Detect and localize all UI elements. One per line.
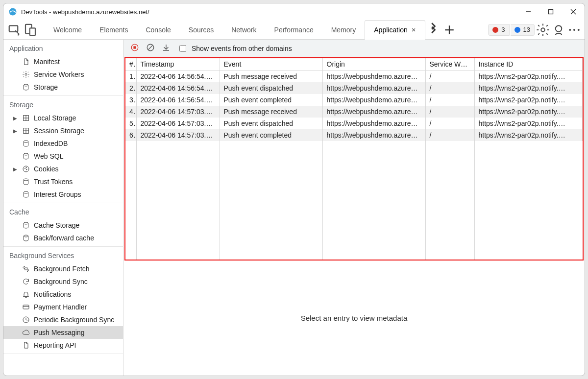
close-icon[interactable]: × — [412, 25, 416, 34]
sidebar-item-storage[interactable]: Storage — [3, 81, 123, 94]
cell: https://wns2-par02p.notify.… — [474, 129, 583, 141]
sidebar: ApplicationManifestService WorkersStorag… — [3, 40, 123, 376]
column-header[interactable]: Event — [220, 58, 322, 71]
sidebar-item-manifest[interactable]: Manifest — [3, 55, 123, 68]
sidebar-item-label: Background Fetch — [34, 265, 90, 273]
table-row[interactable]: 12022-04-06 14:56:54.1…Push message rece… — [125, 71, 583, 83]
cell: / — [425, 129, 474, 141]
sidebar-item-label: Cache Storage — [34, 221, 79, 229]
sidebar-item-back-forward-cache[interactable]: Back/forward cache — [3, 232, 123, 244]
column-header[interactable]: Origin — [322, 58, 425, 71]
column-header[interactable]: Timestamp — [136, 58, 220, 71]
svg-point-12 — [569, 29, 571, 31]
show-other-domains-label: Show events from other domains — [192, 45, 292, 52]
tab-performance[interactable]: Performance — [266, 20, 322, 40]
cell: 2022-04-06 14:57:03.0… — [136, 118, 220, 129]
caret-icon: ▶ — [13, 166, 18, 172]
sidebar-item-label: Session Storage — [34, 127, 84, 135]
cell: Push event dispatched — [220, 82, 322, 94]
sidebar-item-periodic-background-sync[interactable]: Periodic Background Sync — [3, 313, 123, 326]
tab-sources[interactable]: Sources — [180, 20, 222, 40]
sidebar-item-label: Push Messaging — [34, 329, 85, 336]
sidebar-item-cache-storage[interactable]: Cache Storage — [3, 219, 123, 232]
table-row[interactable]: 52022-04-06 14:57:03.0…Push event dispat… — [125, 118, 583, 129]
download-button[interactable] — [162, 43, 171, 53]
sidebar-item-local-storage[interactable]: ▶Local Storage — [3, 112, 123, 124]
titlebar: DevTools - webpushdemo.azurewebsites.net… — [3, 3, 585, 20]
more-tabs-icon[interactable] — [426, 23, 441, 37]
clear-button[interactable] — [146, 43, 155, 53]
svg-point-13 — [573, 29, 575, 31]
cell: https://webpushdemo.azure… — [322, 82, 425, 94]
sidebar-item-indexeddb[interactable]: IndexedDB — [3, 137, 123, 150]
caret-icon: ▶ — [13, 116, 18, 121]
column-header[interactable]: Service Wor… — [425, 58, 474, 71]
sidebar-item-payment-handler[interactable]: Payment Handler — [3, 301, 123, 313]
cell: Push event dispatched — [220, 118, 322, 129]
cell: https://wns2-par02p.notify.… — [474, 94, 583, 106]
kebab-menu-icon[interactable] — [567, 23, 582, 37]
sidebar-item-background-sync[interactable]: Background Sync — [3, 275, 123, 288]
tab-application[interactable]: Application× — [365, 20, 425, 40]
tab-elements[interactable]: Elements — [91, 20, 137, 40]
svg-point-10 — [541, 28, 545, 32]
svg-point-30 — [24, 191, 28, 193]
record-button[interactable] — [130, 43, 139, 53]
feedback-icon[interactable] — [551, 23, 566, 37]
sidebar-item-cookies[interactable]: ▶Cookies — [3, 163, 123, 175]
sidebar-item-interest-groups[interactable]: Interest Groups — [3, 188, 123, 201]
column-header[interactable]: Instance ID — [474, 58, 583, 71]
error-count-chip[interactable]: 3 — [488, 24, 509, 36]
cell: / — [425, 106, 474, 118]
sidebar-group-title: Background Services — [3, 247, 123, 262]
sidebar-group-title: Storage — [3, 96, 123, 112]
device-toggle-icon[interactable] — [23, 23, 38, 37]
sidebar-item-web-sql[interactable]: Web SQL — [3, 150, 123, 163]
cell: / — [425, 71, 474, 83]
cell: https://webpushdemo.azure… — [322, 129, 425, 141]
settings-icon[interactable] — [536, 23, 550, 37]
column-header[interactable]: # — [125, 58, 136, 71]
devtools-window: DevTools - webpushdemo.azurewebsites.net… — [3, 3, 585, 376]
sidebar-item-label: Cookies — [34, 165, 59, 173]
cell: 2022-04-06 14:57:03.0… — [136, 129, 220, 141]
sidebar-item-notifications[interactable]: Notifications — [3, 288, 123, 301]
sidebar-item-push-messaging[interactable]: Push Messaging — [3, 326, 123, 339]
svg-point-16 — [24, 84, 28, 86]
minimize-button[interactable] — [517, 3, 539, 20]
table-row[interactable]: 42022-04-06 14:57:03.0…Push message rece… — [125, 106, 583, 118]
sidebar-item-label: Periodic Background Sync — [34, 316, 114, 324]
sidebar-item-reporting-api[interactable]: Reporting API — [3, 339, 123, 352]
sidebar-item-service-workers[interactable]: Service Workers — [3, 68, 123, 81]
svg-point-28 — [26, 167, 26, 168]
sidebar-item-background-fetch[interactable]: Background Fetch — [3, 262, 123, 275]
sidebar-item-label: Local Storage — [34, 114, 76, 122]
close-window-button[interactable] — [562, 3, 585, 20]
tab-network[interactable]: Network — [222, 20, 265, 40]
table-row[interactable]: 32022-04-06 14:56:54.1…Push event comple… — [125, 94, 583, 106]
table-row[interactable]: 22022-04-06 14:56:54.1…Push event dispat… — [125, 82, 583, 94]
tab-console[interactable]: Console — [137, 20, 179, 40]
cell: https://wns2-par02p.notify.… — [474, 71, 583, 83]
tab-welcome[interactable]: Welcome — [45, 20, 91, 40]
push-toolbar: Show events from other domains — [123, 40, 585, 57]
show-other-domains-checkbox[interactable]: Show events from other domains — [177, 44, 292, 53]
tab-memory[interactable]: Memory — [322, 20, 365, 40]
sidebar-item-label: Payment Handler — [34, 303, 87, 311]
inspect-icon[interactable] — [7, 23, 22, 37]
sidebar-item-session-storage[interactable]: ▶Session Storage — [3, 124, 123, 137]
cell: 3 — [125, 94, 136, 106]
svg-rect-7 — [30, 28, 35, 35]
maximize-button[interactable] — [539, 3, 562, 20]
table-row[interactable]: 62022-04-06 14:57:03.0…Push event comple… — [125, 129, 583, 141]
caret-icon: ▶ — [13, 128, 18, 134]
cell: https://webpushdemo.azure… — [322, 106, 425, 118]
sidebar-item-trust-tokens[interactable]: Trust Tokens — [3, 175, 123, 188]
sidebar-item-label: Trust Tokens — [34, 178, 73, 186]
sidebar-item-label: Storage — [34, 83, 58, 91]
message-count-chip[interactable]: 13 — [511, 24, 535, 36]
main-panel: Show events from other domains #Timestam… — [123, 40, 585, 376]
cell: https://wns2-par02p.notify.… — [474, 82, 583, 94]
sidebar-item-label: IndexedDB — [34, 140, 68, 147]
new-tab-icon[interactable] — [442, 23, 457, 37]
